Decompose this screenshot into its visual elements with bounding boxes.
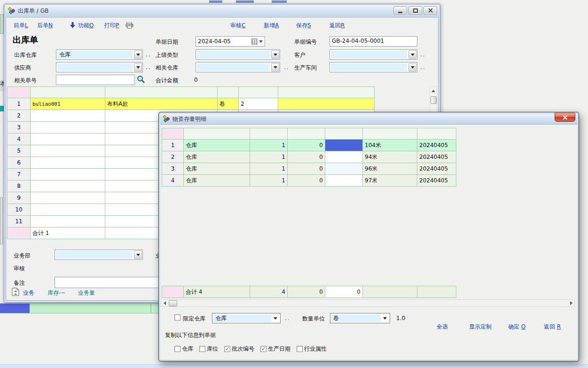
column-header[interactable] bbox=[250, 128, 288, 140]
out-warehouse-select[interactable]: 仓库 bbox=[56, 49, 143, 60]
scroll-left-icon[interactable] bbox=[164, 301, 166, 305]
maximize-button[interactable] bbox=[408, 6, 422, 15]
tab-inventory[interactable]: 库存-~ bbox=[47, 289, 65, 297]
select-all-button[interactable]: 全选 bbox=[437, 323, 448, 331]
return-button[interactable]: 返回 R bbox=[544, 323, 561, 331]
stock-table-header bbox=[162, 128, 456, 140]
column-header[interactable] bbox=[278, 87, 375, 98]
horizontal-scrollbar[interactable] bbox=[161, 299, 575, 307]
window-title: 出库单 / GB bbox=[18, 7, 48, 15]
stock-total-table: 合计 4 4 0 0 bbox=[162, 286, 456, 298]
column-header[interactable] bbox=[8, 87, 31, 98]
lookup-dots-button[interactable]: .. bbox=[284, 64, 290, 70]
desktop: 本 出库单 / GB 前单L 后单N 功能O 打印P 审核C bbox=[0, 0, 588, 368]
column-header[interactable] bbox=[325, 128, 363, 140]
dept-select[interactable] bbox=[55, 250, 143, 260]
function-button[interactable]: 功能O bbox=[78, 22, 94, 30]
chevron-down-icon bbox=[136, 254, 140, 258]
search-icon[interactable] bbox=[137, 75, 145, 84]
scrollbar-thumb[interactable] bbox=[169, 300, 177, 306]
copy-info-label: 复制以下信息到单据 bbox=[165, 331, 216, 339]
total-amount-value: 0 bbox=[194, 77, 198, 83]
column-header[interactable] bbox=[239, 87, 278, 98]
lookup-dots-button[interactable]: .. bbox=[146, 51, 151, 58]
background-window-fragment bbox=[0, 14, 4, 34]
parent-type-label: 上级类型 bbox=[156, 51, 178, 59]
printer-icon[interactable] bbox=[125, 22, 133, 29]
tab-business[interactable]: 业务 bbox=[23, 289, 34, 297]
related-warehouse-select[interactable] bbox=[196, 62, 280, 72]
lookup-dots-button[interactable]: .. bbox=[420, 51, 426, 58]
column-header[interactable] bbox=[184, 128, 250, 140]
select-qty-cell[interactable] bbox=[325, 140, 363, 151]
customer-select[interactable] bbox=[329, 49, 417, 60]
prev-doc-button[interactable]: 前单L bbox=[14, 22, 28, 30]
doc-no-input[interactable]: GB-24-04-05-0001 bbox=[329, 36, 417, 47]
checkbox-icon bbox=[260, 346, 267, 352]
stock-row[interactable]: 4 仓库 1 0 97米 20240405 bbox=[162, 175, 456, 187]
select-qty-cell[interactable] bbox=[325, 175, 363, 187]
dialog-close-button[interactable] bbox=[555, 113, 575, 122]
column-header[interactable] bbox=[288, 128, 325, 140]
select-qty-cell[interactable] bbox=[325, 163, 363, 175]
scrollbar-thumb[interactable] bbox=[431, 96, 437, 104]
stock-row[interactable]: 2 仓库 1 0 94米 20240405 bbox=[162, 151, 456, 163]
lookup-dots-button[interactable]: .. bbox=[146, 64, 151, 70]
qty-unit-label: 数量单位 bbox=[302, 315, 325, 323]
copy-option-checkbox[interactable]: 库位 bbox=[199, 345, 218, 353]
workshop-select[interactable] bbox=[329, 62, 417, 72]
qty-unit-select[interactable]: 卷 bbox=[330, 313, 390, 323]
copy-option-checkbox[interactable]: 行业属性 bbox=[297, 345, 327, 353]
out-warehouse-label: 出库仓库 bbox=[14, 51, 37, 59]
column-header[interactable] bbox=[417, 128, 456, 140]
doc-sync-icon bbox=[12, 288, 19, 296]
background-window-fragment bbox=[272, 0, 287, 3]
next-doc-button[interactable]: 后单N bbox=[37, 22, 53, 30]
stock-row[interactable]: 1 仓库 1 0 104米 20240405 bbox=[162, 140, 456, 151]
scroll-right-icon[interactable] bbox=[570, 301, 572, 305]
ok-button[interactable]: 确定 O bbox=[508, 323, 525, 331]
display-custom-button[interactable]: 显示定制 bbox=[469, 323, 492, 331]
supplier-select[interactable] bbox=[56, 62, 143, 72]
copy-option-checkbox[interactable]: 仓库 bbox=[174, 345, 193, 353]
limit-warehouse-checkbox[interactable] bbox=[174, 314, 180, 322]
lookup-dots-button[interactable]: .. bbox=[420, 64, 426, 70]
new-button[interactable]: 新增A bbox=[264, 22, 279, 30]
print-button[interactable]: 打印P bbox=[104, 22, 119, 30]
column-header[interactable] bbox=[105, 87, 218, 98]
column-header[interactable] bbox=[218, 87, 239, 98]
copy-option-checkbox[interactable]: 批次编号 bbox=[224, 345, 254, 353]
window-titlebar[interactable]: 出库单 / GB bbox=[5, 5, 439, 16]
background-grid-row bbox=[0, 303, 158, 313]
copy-option-checkbox[interactable]: 生产日期 bbox=[260, 345, 290, 353]
stock-detail-dialog: 物资存量明细 1 仓库 1 0 104米 20240405 2 仓库 bbox=[158, 112, 579, 361]
calendar-icon[interactable] bbox=[251, 39, 258, 45]
stock-row[interactable]: 3 仓库 1 0 96米 20240405 bbox=[162, 163, 456, 175]
product-row[interactable]: 1 buliao001 布料A款 卷 2 bbox=[8, 98, 375, 110]
doc-date-input[interactable]: 2024-04-05 bbox=[196, 36, 265, 47]
save-button[interactable]: 保存S bbox=[296, 22, 311, 30]
column-header[interactable] bbox=[31, 87, 105, 98]
column-header[interactable] bbox=[363, 128, 417, 140]
select-qty-cell[interactable] bbox=[325, 151, 363, 163]
tab-business-volume[interactable]: 业务量 bbox=[78, 289, 95, 297]
background-window-fragment bbox=[0, 106, 4, 111]
limit-warehouse-select[interactable]: 仓库 bbox=[212, 313, 281, 323]
dialog-titlebar[interactable]: 物资存量明细 bbox=[160, 114, 577, 125]
customer-label: 客户 bbox=[294, 51, 306, 59]
qty-edit-cell[interactable]: 2 bbox=[239, 98, 278, 110]
parent-type-select[interactable] bbox=[196, 49, 280, 60]
audit-button[interactable]: 审核C bbox=[230, 22, 245, 30]
close-button[interactable] bbox=[423, 6, 437, 15]
app-icon bbox=[8, 7, 16, 15]
chevron-down-icon bbox=[411, 66, 415, 70]
scroll-up-icon[interactable] bbox=[431, 90, 435, 92]
minimize-button[interactable] bbox=[393, 6, 407, 15]
lookup-dots-button[interactable]: .. bbox=[285, 315, 290, 321]
return-button[interactable]: 返回R bbox=[329, 22, 345, 30]
chevron-down-icon bbox=[411, 54, 415, 58]
background-window-fragment bbox=[0, 197, 3, 244]
chevron-down-icon[interactable] bbox=[259, 40, 263, 45]
column-header[interactable] bbox=[162, 128, 184, 140]
related-no-input[interactable] bbox=[56, 75, 135, 85]
